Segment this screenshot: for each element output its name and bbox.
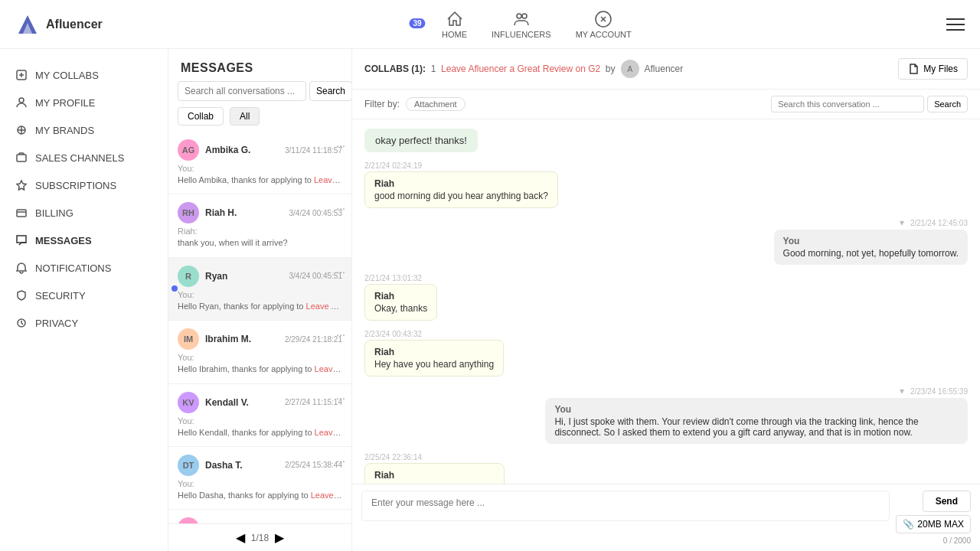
list-item[interactable]: KV Kendall V. 2/27/24 11:15:14 ··· You: … [168, 384, 351, 447]
send-button[interactable]: Send [923, 491, 971, 512]
messages-list-panel: MESSAGES Search Collab All AG Ambika G. … [168, 49, 352, 551]
message-sender: Riah [374, 178, 548, 189]
list-item[interactable]: AV Annette V. 2/20/24 18:37:18 ··· You: … [168, 510, 351, 523]
sidebar-item-sales-channels[interactable]: SALES CHANNELS [0, 144, 168, 171]
sidebar-item-my-collabs[interactable]: MY COLLABS [0, 61, 168, 89]
pagination-next[interactable]: ▶ [275, 530, 284, 545]
nav-my-account[interactable]: MY ACCOUNT [576, 10, 632, 39]
nav-home[interactable]: HOME [442, 10, 467, 39]
collab-title-link[interactable]: Leave Afluencer a Great Review on G2 [441, 64, 600, 74]
sidebar-item-subscriptions[interactable]: SUBSCRIPTIONS [0, 171, 168, 199]
sidebar-item-messages[interactable]: MESSAGES [0, 227, 168, 254]
nav-influencers[interactable]: INFLUENCERS [492, 10, 551, 39]
nav-account-label: MY ACCOUNT [576, 30, 632, 39]
my-files-button[interactable]: My Files [898, 58, 968, 80]
sidebar-item-notifications[interactable]: NOTIFICATIONS [0, 254, 168, 282]
hamburger-menu[interactable] [946, 18, 965, 31]
privacy-icon [15, 317, 28, 329]
conv-more-icon[interactable]: ··· [336, 517, 345, 523]
collabs-label: COLLABS (1): 1 Leave Afluencer a Great R… [364, 64, 683, 74]
conv-search-row: Search [771, 96, 968, 112]
conv-more-icon[interactable]: ··· [336, 202, 345, 214]
svg-marker-9 [17, 181, 26, 190]
list-item[interactable]: R Ryan 3/4/24 00:45:51 ··· You: Hello Ry… [168, 258, 351, 321]
sidebar-label-security: SECURITY [35, 290, 86, 302]
home-icon [446, 10, 464, 28]
chat-header: COLLABS (1): 1 Leave Afluencer a Great R… [352, 49, 980, 90]
sidebar-label-privacy: PRIVACY [35, 318, 78, 329]
message-bubble: Riah good morning did you hear anything … [364, 171, 558, 208]
avatar: AV [178, 517, 199, 523]
message-time: 2/21/24 02:24:19 [364, 161, 968, 170]
avatar: KV [178, 392, 199, 413]
sidebar-item-my-profile[interactable]: MY PROFILE [0, 89, 168, 116]
conv-more-icon[interactable]: ··· [336, 455, 345, 467]
list-item[interactable]: DT Dasha T. 2/25/24 15:38:44 ··· You: He… [168, 447, 351, 510]
sidebar-label-messages: MESSAGES [35, 235, 92, 246]
unread-indicator [172, 285, 178, 292]
sidebar-item-my-brands[interactable]: MY BRANDS [0, 116, 168, 144]
conv-preview: Hello Ambika, thanks for applying to Lea… [178, 174, 342, 186]
message-text: Hey have you heard anything [374, 359, 494, 370]
logo-icon [15, 12, 40, 37]
message-group: ▾ 2/21/24 12:45:03 You Good morning, not… [364, 217, 968, 265]
message-group: 2/25/24 22:36:14 Riah thank you, when wi… [364, 453, 968, 484]
filter-tab-all[interactable]: All [230, 107, 260, 126]
conv-more-icon[interactable]: ··· [336, 328, 345, 341]
conv-more-icon[interactable]: ··· [336, 266, 345, 278]
subscriptions-icon [15, 179, 28, 191]
conv-sender: You: [178, 164, 342, 173]
chat-panel: COLLABS (1): 1 Leave Afluencer a Great R… [352, 49, 980, 551]
conv-name: Dasha T. [205, 460, 279, 471]
attach-button[interactable]: 📎 20MB MAX [896, 515, 971, 533]
collapse-toggle[interactable]: ▾ [900, 217, 904, 228]
collabs-label-text: COLLABS (1): [364, 64, 426, 74]
message-group: 2/23/24 00:43:32 Riah Hey have you heard… [364, 330, 968, 377]
app-name: Afluencer [46, 18, 103, 31]
messages-icon [15, 234, 28, 246]
conv-sender: You: [178, 353, 342, 362]
list-item[interactable]: AG Ambika G. 3/11/24 11:18:57 ··· You: H… [168, 132, 351, 194]
message-group: 2/21/24 13:01:32 Riah Okay, thanks [364, 274, 968, 321]
sidebar-item-privacy[interactable]: PRIVACY [0, 309, 168, 337]
filter-tabs: Collab All [168, 107, 351, 132]
svg-rect-10 [17, 210, 26, 217]
account-icon [594, 10, 612, 28]
conv-more-icon[interactable]: ··· [336, 139, 345, 152]
message-input[interactable] [361, 491, 890, 521]
message-group: 2/21/24 02:24:19 Riah good morning did y… [364, 161, 968, 208]
list-item[interactable]: RH Riah H. 3/4/24 00:45:53 ··· Riah: tha… [168, 194, 351, 257]
sidebar-item-security[interactable]: SECURITY [0, 282, 168, 309]
conv-search-button[interactable]: Search [927, 96, 968, 112]
collab-by: by [606, 64, 616, 74]
filter-row: Filter by: Attachment Search [352, 90, 980, 119]
message-bubble: You Good morning, not yet, hopefully tom… [774, 230, 968, 265]
list-item[interactable]: IM Ibrahim M. 2/29/24 21:18:21 ··· You: … [168, 321, 351, 383]
collabs-count: 1 [431, 64, 436, 74]
message-text: Hi, I just spoke with them. Your review … [554, 416, 959, 438]
sidebar-label-billing: BILLING [35, 207, 74, 219]
message-sender: Riah [374, 470, 495, 481]
message-text: Good morning, not yet, hopefully tomorro… [783, 248, 959, 259]
message-text: Okay, thanks [374, 303, 427, 314]
message-time-row: ▾ 2/21/24 12:45:03 [364, 217, 968, 228]
conv-date: 3/4/24 00:45:53 [289, 209, 342, 217]
security-icon [15, 289, 28, 302]
profile-icon [15, 96, 28, 109]
conversation-search-row: Search [168, 81, 351, 107]
conv-search-input[interactable] [771, 96, 924, 112]
send-area: Send 📎 20MB MAX 0 / 2000 [896, 491, 971, 545]
pagination-prev[interactable]: ◀ [236, 530, 245, 545]
collapse-toggle[interactable]: ▾ [900, 386, 904, 396]
conv-date: 2/27/24 11:15:14 [285, 398, 342, 406]
app-logo[interactable]: Afluencer [15, 12, 103, 37]
filter-tab-collab[interactable]: Collab [178, 107, 224, 126]
conversation-search-input[interactable] [178, 81, 306, 101]
message-sender: You [783, 236, 959, 246]
conversation-search-button[interactable]: Search [309, 81, 352, 101]
message-time: 2/21/24 13:01:32 [364, 274, 968, 282]
filter-chip-attachment[interactable]: Attachment [406, 97, 466, 111]
conv-more-icon[interactable]: ··· [336, 392, 345, 404]
collab-info: COLLABS (1): 1 Leave Afluencer a Great R… [364, 60, 683, 78]
sidebar-item-billing[interactable]: BILLING [0, 199, 168, 227]
